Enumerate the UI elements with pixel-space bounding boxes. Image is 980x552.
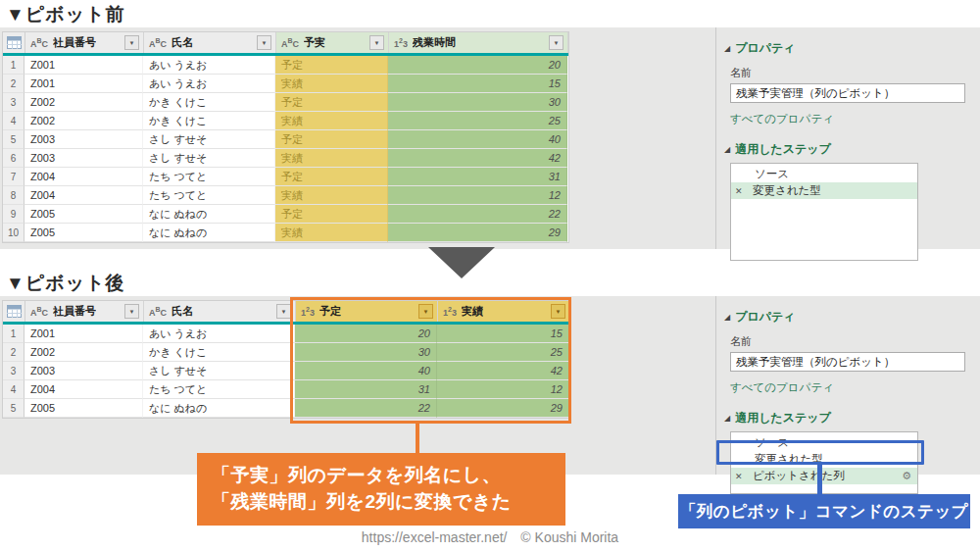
table-cell[interactable]: Z002: [24, 112, 143, 130]
table-cell[interactable]: 15: [388, 75, 567, 93]
table-cell[interactable]: 12: [388, 186, 567, 205]
table-cell[interactable]: Z005: [24, 224, 143, 242]
column-header-1[interactable]: ABC社員番号▼: [25, 32, 144, 53]
filter-dropdown-button[interactable]: ▼: [124, 304, 139, 319]
table-cell[interactable]: たち つてと: [143, 168, 275, 186]
filter-dropdown-button[interactable]: ▼: [551, 304, 565, 319]
applied-step-item[interactable]: ソース: [731, 434, 917, 451]
filter-dropdown-button[interactable]: ▼: [369, 35, 384, 50]
table-cell[interactable]: 22: [295, 399, 437, 418]
table-cell[interactable]: Z002: [24, 93, 143, 112]
table-cell[interactable]: 予定: [275, 130, 388, 149]
table-cell[interactable]: Z005: [24, 205, 143, 224]
table-cell[interactable]: 12: [437, 380, 569, 399]
applied-step-item[interactable]: ✕変更された型: [731, 182, 917, 199]
column-header-2[interactable]: ABC氏名▼: [144, 301, 296, 322]
column-header-4[interactable]: 123実績▼: [438, 301, 570, 322]
table-cell[interactable]: 20: [295, 325, 437, 343]
table-cell[interactable]: 実績: [275, 75, 388, 93]
all-properties-link[interactable]: すべてのプロパティ: [730, 380, 980, 395]
applied-step-item[interactable]: 変更された型: [731, 451, 917, 468]
filter-dropdown-button[interactable]: ▼: [124, 35, 139, 50]
table-cell[interactable]: かき くけこ: [143, 112, 275, 130]
table-cell[interactable]: 15: [437, 325, 569, 343]
table-cell[interactable]: 31: [295, 380, 437, 399]
table-cell[interactable]: 予定: [275, 56, 388, 75]
filter-dropdown-button[interactable]: ▼: [257, 35, 271, 50]
row-number[interactable]: 7: [3, 168, 24, 186]
table-cell[interactable]: 25: [388, 112, 567, 130]
table-cell[interactable]: Z002: [24, 343, 143, 362]
column-header-3[interactable]: 123予定▼: [296, 301, 438, 322]
table-cell[interactable]: さし すせそ: [143, 149, 275, 168]
collapse-triangle-icon[interactable]: ◢: [724, 146, 730, 154]
table-cell[interactable]: 42: [388, 149, 567, 168]
column-header-1[interactable]: ABC社員番号▼: [25, 301, 144, 322]
table-cell[interactable]: 30: [388, 93, 567, 112]
table-corner-cell[interactable]: [3, 32, 25, 53]
row-number[interactable]: 3: [3, 362, 24, 380]
table-cell[interactable]: Z005: [24, 399, 143, 418]
table-cell[interactable]: 20: [388, 56, 567, 75]
row-number[interactable]: 9: [3, 205, 24, 224]
table-cell[interactable]: なに ぬねの: [143, 399, 295, 418]
row-number[interactable]: 1: [3, 56, 24, 75]
row-number[interactable]: 2: [3, 343, 24, 362]
table-cell[interactable]: 実績: [275, 224, 388, 242]
table-cell[interactable]: 22: [388, 205, 567, 224]
table-cell[interactable]: 実績: [275, 186, 388, 205]
table-cell[interactable]: Z004: [24, 168, 143, 186]
table-cell[interactable]: なに ぬねの: [143, 205, 275, 224]
query-name-input[interactable]: [730, 83, 965, 103]
filter-dropdown-button[interactable]: ▼: [276, 304, 291, 319]
delete-step-icon[interactable]: ✕: [735, 472, 753, 481]
table-cell[interactable]: Z003: [24, 130, 143, 149]
table-cell[interactable]: なに ぬねの: [143, 224, 275, 242]
table-cell[interactable]: 予定: [275, 168, 388, 186]
collapse-triangle-icon[interactable]: ◢: [724, 45, 730, 53]
table-cell[interactable]: Z001: [24, 56, 143, 75]
row-number[interactable]: 2: [3, 75, 24, 93]
row-number[interactable]: 3: [3, 93, 24, 112]
filter-dropdown-button[interactable]: ▼: [418, 304, 433, 319]
table-cell[interactable]: 実績: [275, 149, 388, 168]
row-number[interactable]: 5: [3, 399, 24, 418]
table-cell[interactable]: 25: [437, 343, 569, 362]
table-cell[interactable]: 40: [388, 130, 567, 149]
table-cell[interactable]: 30: [295, 343, 437, 362]
table-cell[interactable]: たち つてと: [143, 186, 275, 205]
collapse-triangle-icon[interactable]: ◢: [724, 314, 730, 322]
table-cell[interactable]: 42: [437, 362, 569, 380]
applied-step-item[interactable]: ✕ピボットされた列⚙: [731, 468, 917, 484]
table-cell[interactable]: かき くけこ: [143, 93, 275, 112]
gear-icon[interactable]: ⚙: [902, 470, 913, 482]
table-cell[interactable]: 予定: [275, 205, 388, 224]
column-header-3[interactable]: ABC予実▼: [276, 32, 389, 53]
filter-dropdown-button[interactable]: ▼: [549, 35, 564, 50]
row-number[interactable]: 4: [3, 380, 24, 399]
table-cell[interactable]: たち つてと: [143, 380, 295, 399]
table-cell[interactable]: かき くけこ: [143, 343, 295, 362]
row-number[interactable]: 4: [3, 112, 24, 130]
table-cell[interactable]: Z001: [24, 75, 143, 93]
table-cell[interactable]: 予定: [275, 93, 388, 112]
row-number[interactable]: 1: [3, 325, 24, 343]
table-cell[interactable]: Z001: [24, 325, 143, 343]
column-header-2[interactable]: ABC氏名▼: [144, 32, 276, 53]
row-number[interactable]: 6: [3, 149, 24, 168]
delete-step-icon[interactable]: ✕: [735, 186, 753, 196]
table-cell[interactable]: 29: [388, 224, 567, 242]
table-cell[interactable]: 40: [295, 362, 437, 380]
table-corner-cell[interactable]: [3, 301, 25, 322]
table-cell[interactable]: Z004: [24, 380, 143, 399]
table-cell[interactable]: あい うえお: [143, 75, 275, 93]
table-cell[interactable]: あい うえお: [143, 325, 295, 343]
table-cell[interactable]: さし すせそ: [143, 130, 275, 149]
row-number[interactable]: 8: [3, 186, 24, 205]
table-cell[interactable]: あい うえお: [143, 56, 275, 75]
row-number[interactable]: 5: [3, 130, 24, 149]
collapse-triangle-icon[interactable]: ◢: [724, 415, 730, 423]
all-properties-link[interactable]: すべてのプロパティ: [730, 112, 980, 126]
table-cell[interactable]: さし すせそ: [143, 362, 295, 380]
table-cell[interactable]: Z003: [24, 362, 143, 380]
